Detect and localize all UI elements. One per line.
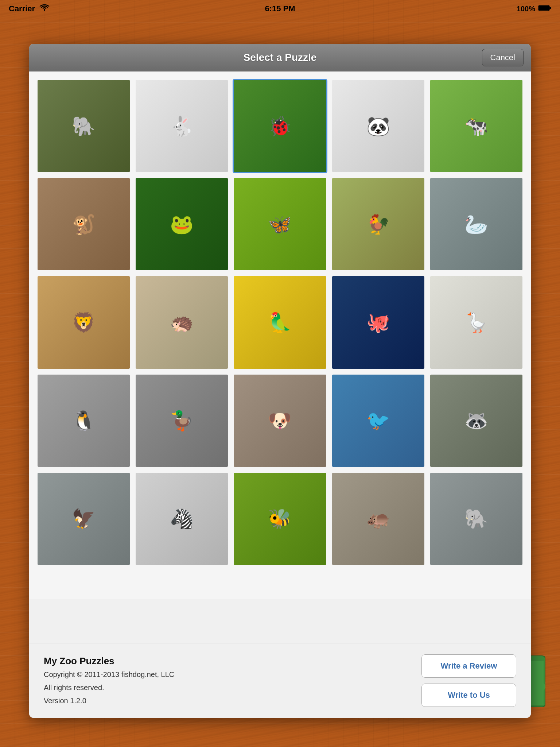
puzzle-grid: 🐘🐇🐞🐼🐄🐒🐸🦋🐓🦢🦁🦔🦜🐙🪿🐧🦆🐶🐦🦝🦅🦓🐝🦛🐘: [36, 79, 524, 566]
dialog-header: Select a Puzzle Cancel: [29, 44, 531, 71]
puzzle-item-goose[interactable]: 🪿: [429, 275, 524, 369]
animal-emoji: 🦋: [234, 178, 326, 270]
puzzle-item-inner: 🐝: [234, 473, 326, 565]
animal-emoji: 🐝: [234, 473, 326, 565]
animal-emoji: 🦆: [136, 375, 228, 467]
wifi-icon: [39, 4, 50, 13]
puzzle-item-ladybug[interactable]: 🐞: [233, 79, 327, 173]
puzzle-item-parrots[interactable]: 🦜: [233, 275, 327, 369]
status-bar-right: 100%: [517, 5, 551, 13]
puzzle-item-inner: 🐦: [332, 375, 424, 467]
puzzle-item-geese[interactable]: 🦆: [135, 374, 229, 468]
animal-emoji: 🐄: [430, 80, 522, 172]
puzzle-item-lions[interactable]: 🦁: [36, 275, 131, 369]
animal-emoji: 🐒: [38, 178, 130, 270]
puzzle-item-inner: 🦛: [332, 473, 424, 565]
app-name: My Zoo Puzzles: [44, 655, 174, 667]
puzzle-item-egret[interactable]: 🦅: [36, 472, 131, 566]
footer-area: My Zoo Puzzles Copyright © 2011-2013 fis…: [29, 643, 531, 718]
animal-emoji: 🦢: [430, 178, 522, 270]
puzzle-item-inner: 🐒: [38, 178, 130, 270]
puzzle-item-inner: 🦢: [430, 178, 522, 270]
puzzle-item-inner: 🐘: [430, 473, 522, 565]
copyright-text: Copyright © 2011-2013 fishdog.net, LLC: [44, 669, 174, 680]
puzzle-item-inner: 🦜: [234, 276, 326, 368]
puzzle-item-inner: 🐙: [332, 276, 424, 368]
puzzle-item-panda[interactable]: 🐼: [331, 79, 425, 173]
puzzle-item-elephant[interactable]: 🐘: [36, 79, 131, 173]
write-review-button[interactable]: Write a Review: [421, 654, 516, 678]
animal-emoji: 🐼: [332, 80, 424, 172]
puzzle-item-inner: 🐄: [430, 80, 522, 172]
animal-emoji: 🐦: [332, 375, 424, 467]
animal-emoji: 🐓: [332, 178, 424, 270]
puzzle-item-inner: 🐓: [332, 178, 424, 270]
animal-emoji: 🐧: [38, 375, 130, 467]
animal-emoji: 🦁: [38, 276, 130, 368]
animal-emoji: 🦅: [38, 473, 130, 565]
puzzle-item-inner: 🐶: [234, 375, 326, 467]
puzzle-item-inner: 🦆: [136, 375, 228, 467]
puzzle-item-heron[interactable]: 🦢: [429, 177, 524, 271]
rights-text: All rights reserved.: [44, 682, 174, 693]
puzzle-item-inner: 🦓: [136, 473, 228, 565]
select-puzzle-dialog: Select a Puzzle Cancel 🐘🐇🐞🐼🐄🐒🐸🦋🐓🦢🦁🦔🦜🐙🪿🐧🦆…: [29, 44, 531, 718]
animal-emoji: 🐶: [234, 375, 326, 467]
puzzle-item-penguin[interactable]: 🐧: [36, 374, 131, 468]
animal-emoji: 🦝: [430, 375, 522, 467]
footer-info: My Zoo Puzzles Copyright © 2011-2013 fis…: [44, 655, 174, 706]
version-text: Version 1.2.0: [44, 695, 174, 706]
puzzle-item-butterfly[interactable]: 🦋: [233, 177, 327, 271]
puzzle-item-zebra[interactable]: 🦓: [135, 472, 229, 566]
puzzle-item-inner: 🐸: [136, 178, 228, 270]
puzzle-item-hedgehog[interactable]: 🦔: [135, 275, 229, 369]
puzzle-grid-area: 🐘🐇🐞🐼🐄🐒🐸🦋🐓🦢🦁🦔🦜🐙🪿🐧🦆🐶🐦🦝🦅🦓🐝🦛🐘: [29, 71, 531, 599]
animal-emoji: 🐸: [136, 178, 228, 270]
dialog-inner: Select a Puzzle Cancel 🐘🐇🐞🐼🐄🐒🐸🦋🐓🦢🦁🦔🦜🐙🪿🐧🦆…: [29, 44, 531, 718]
puzzle-item-octopus[interactable]: 🐙: [331, 275, 425, 369]
svg-rect-3: [539, 6, 549, 10]
puzzle-item-inner: 🦝: [430, 375, 522, 467]
puzzle-item-bee[interactable]: 🐝: [233, 472, 327, 566]
puzzle-item-inner: 🐼: [332, 80, 424, 172]
puzzle-item-inner: 🪿: [430, 276, 522, 368]
status-bar-time: 6:15 PM: [265, 4, 295, 13]
animal-emoji: 🐞: [234, 80, 326, 172]
puzzle-item-rooster[interactable]: 🐓: [331, 177, 425, 271]
puzzle-item-bulldog[interactable]: 🐶: [233, 374, 327, 468]
puzzle-item-frog[interactable]: 🐸: [135, 177, 229, 271]
status-bar-left: Carrier: [9, 4, 50, 13]
puzzle-item-inner: 🐞: [234, 80, 326, 172]
puzzle-item-rabbit[interactable]: 🐇: [135, 79, 229, 173]
puzzle-item-hippo[interactable]: 🦛: [331, 472, 425, 566]
animal-emoji: 🦓: [136, 473, 228, 565]
animal-emoji: 🦛: [332, 473, 424, 565]
animal-emoji: 🦔: [136, 276, 228, 368]
animal-emoji: 🐘: [38, 80, 130, 172]
battery-percent: 100%: [517, 5, 535, 13]
carrier-label: Carrier: [9, 4, 35, 13]
status-bar: Carrier 6:15 PM 100%: [0, 0, 560, 18]
puzzle-item-elephant2[interactable]: 🐘: [429, 472, 524, 566]
puzzle-item-inner: 🐇: [136, 80, 228, 172]
svg-rect-2: [549, 7, 551, 9]
animal-emoji: 🪿: [430, 276, 522, 368]
puzzle-item-cow[interactable]: 🐄: [429, 79, 524, 173]
cancel-button[interactable]: Cancel: [482, 49, 524, 66]
animal-emoji: 🐇: [136, 80, 228, 172]
spacer: [29, 599, 531, 643]
puzzle-item-inner: 🦋: [234, 178, 326, 270]
puzzle-item-inner: 🦅: [38, 473, 130, 565]
svg-point-0: [44, 9, 45, 11]
puzzle-item-monkey[interactable]: 🐒: [36, 177, 131, 271]
puzzle-item-inner: 🦁: [38, 276, 130, 368]
puzzle-item-inner: 🐧: [38, 375, 130, 467]
puzzle-item-seagull[interactable]: 🐦: [331, 374, 425, 468]
write-to-us-button[interactable]: Write to Us: [421, 684, 516, 707]
animal-emoji: 🐙: [332, 276, 424, 368]
battery-icon: [538, 5, 551, 13]
animal-emoji: 🦜: [234, 276, 326, 368]
puzzle-item-raccoon[interactable]: 🦝: [429, 374, 524, 468]
footer-buttons: Write a Review Write to Us: [421, 654, 516, 707]
dialog-title: Select a Puzzle: [244, 52, 317, 63]
